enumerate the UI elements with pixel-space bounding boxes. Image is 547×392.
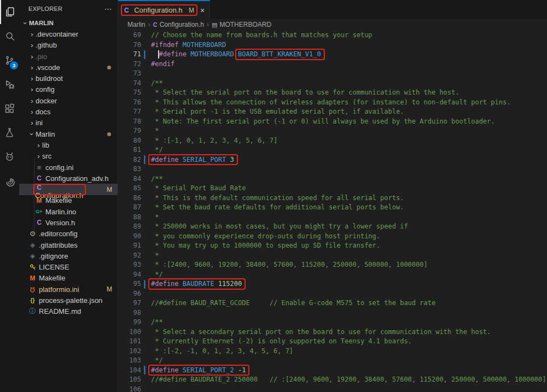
search-icon[interactable] [0,24,19,48]
run-debug-icon[interactable] [0,72,19,96]
tree-item-docker[interactable]: ›docker [19,95,118,106]
code-line-100[interactable]: 100 * Select a secondary serial port on … [118,327,547,337]
tree-item-devcontainer[interactable]: ›.devcontainer [19,28,118,39]
code-token: // Choose the name from boards.h that ma… [151,31,373,39]
code-editor[interactable]: 69// Choose the name from boards.h that … [118,30,547,392]
source-control-icon[interactable]: 3 [0,48,19,72]
code-line-90[interactable]: 90 * you commonly experience drop-outs d… [118,232,547,242]
code-line-80[interactable]: 80 * :[-1, 0, 1, 2, 3, 4, 5, 6, 7] [118,136,547,146]
more-actions-icon[interactable]: ⋯ [104,4,112,13]
tree-item-label: lib [42,141,49,149]
code-line-82[interactable]: 82#define SERIAL_PORT 3 [118,155,547,165]
code-line-84[interactable]: 84/** [118,174,547,184]
code-line-105[interactable]: 105//#define BAUDRATE_2 250000 // :[2400… [118,375,547,385]
code-line-98[interactable]: 98 [118,308,547,318]
line-content [151,289,547,299]
gutter-spacer [141,31,151,40]
espressif-spiral-icon[interactable] [0,168,19,192]
tree-item-config-ini[interactable]: ≡config.ini [19,162,118,173]
line-content: #ifndef MOTHERBOARD [151,40,547,50]
code-line-101[interactable]: 101 * Currently Ethernet (-2) is only su… [118,337,547,347]
tree-item-version-h[interactable]: CVersion.h [19,217,118,228]
code-line-102[interactable]: 102 * :[-2, -1, 0, 1, 2, 3, 4, 5, 6, 7] [118,347,547,356]
code-line-81[interactable]: 81 */ [118,145,547,155]
tree-item-src[interactable]: ›src [19,151,118,162]
code-line-91[interactable]: 91 * You may try up to 1000000 to speed … [118,241,547,251]
tree-item-lib[interactable]: ›lib [19,139,118,150]
tree-item-platformio-ini[interactable]: platformio.iniM [19,284,118,295]
code-token [234,50,238,58]
code-line-79[interactable]: 79 * [118,126,547,136]
tree-item-marlin[interactable]: ›MARLIN [19,17,118,28]
test-beaker-icon[interactable] [0,120,19,144]
line-content: /** [151,318,547,327]
tree-item-configuration-adv-h[interactable]: CConfiguration_adv.h [19,173,118,184]
code-line-95[interactable]: 95#define BAUDRATE 115200 [118,279,547,289]
platformio-alien-icon[interactable] [0,144,19,168]
code-line-86[interactable]: 86 * This is the default communication s… [118,194,547,203]
chevron-right-icon: › [28,108,36,115]
breadcrumb-item-motherboard[interactable]: ▤MOTHERBOARD [212,21,271,28]
tree-item-readme-md[interactable]: ⓘREADME.md [19,306,118,317]
tree-item-makefile[interactable]: MMakefile [19,273,118,284]
code-line-106[interactable]: 106 [118,385,547,392]
tree-item-config[interactable]: ›config [19,84,118,95]
extensions-icon[interactable] [0,96,19,120]
breadcrumb-item-configuration-h[interactable]: CConfiguration.h [153,21,204,28]
tree-item-gitattributes[interactable]: ◈.gitattributes [19,239,118,250]
code-line-83[interactable]: 83 [118,165,547,174]
tree-item-buildroot[interactable]: ›buildroot [19,73,118,84]
tree-item-ini[interactable]: ›ini [19,118,118,128]
code-token: #endif [151,60,174,68]
tab-configuration-h[interactable]: C Configuration.h M × [118,0,210,19]
makefile-icon: M [28,274,37,282]
code-line-75[interactable]: 75 * Select the serial port on the board… [118,88,547,98]
tree-item-process-palette-json[interactable]: {}process-palette.json [19,295,118,306]
tree-item-license[interactable]: LICENSE [19,262,118,273]
code-line-103[interactable]: 103 */ [118,356,547,366]
tree-item-marlin-ino[interactable]: G+Marlin.ino [19,206,118,217]
code-token: /** [151,318,163,326]
code-line-104[interactable]: 104#define SERIAL_PORT_2 -1 [118,366,547,376]
code-line-74[interactable]: 74/** [118,79,547,89]
tree-item-docs[interactable]: ›docs [19,106,118,117]
files-icon[interactable] [0,0,19,24]
tree-item-github[interactable]: ›.github [19,40,118,51]
code-line-97[interactable]: 97//#define BAUD_RATE_GCODE // Enable G-… [118,299,547,308]
tree-item-vscode[interactable]: ›.vscode [19,62,118,73]
tree-item-gitignore[interactable]: ◈.gitignore [19,250,118,261]
code-line-70[interactable]: 70#ifndef MOTHERBOARD [118,40,547,50]
line-number: 74 [118,79,141,89]
code-token: 115200 [218,280,242,288]
code-line-89[interactable]: 89 * 250000 works in most cases, but you… [118,222,547,232]
tree-item-marlin[interactable]: ›Marlin [19,128,118,139]
code-line-85[interactable]: 85 * Serial Port Baud Rate [118,184,547,194]
annotation-box-token: BOARD_BTT_KRAKEN_V1_0 [238,50,321,60]
code-line-77[interactable]: 77 * Serial port -1 is the USB emulated … [118,107,547,117]
code-line-72[interactable]: 72#endif [118,60,547,69]
code-line-87[interactable]: 87 * Set the baud rate defaults for addi… [118,203,547,213]
line-number: 87 [118,203,141,213]
close-icon[interactable]: × [200,6,205,15]
tree-item-configuration-h[interactable]: CConfiguration.hM [19,184,118,195]
code-line-92[interactable]: 92 * [118,251,547,261]
tree-item-editorconfig[interactable]: ⚙.editorconfig [19,229,118,239]
code-line-94[interactable]: 94 */ [118,270,547,280]
tree-item-makefile[interactable]: MMakefile [19,195,118,206]
tree-item-pio[interactable]: ›.pio [19,51,118,62]
code-line-96[interactable]: 96 [118,289,547,299]
code-line-73[interactable]: 73 [118,69,547,79]
code-line-71[interactable]: 71 #define MOTHERBOARD BOARD_BTT_KRAKEN_… [118,50,547,60]
code-token: #ifndef [151,41,179,49]
code-line-93[interactable]: 93 * :[2400, 9600, 19200, 38400, 57600, … [118,260,547,270]
modified-dot-icon [107,66,111,69]
breadcrumb-item-marlin[interactable]: Marlin [127,21,146,28]
code-line-99[interactable]: 99/** [118,318,547,327]
code-line-88[interactable]: 88 * [118,213,547,223]
tree-item-label: docker [36,97,57,105]
code-line-69[interactable]: 69// Choose the name from boards.h that … [118,31,547,40]
code-line-76[interactable]: 76 * This allows the connection of wirel… [118,98,547,108]
line-content: #define MOTHERBOARD BOARD_BTT_KRAKEN_V1_… [151,50,547,60]
code-line-78[interactable]: 78 * Note: The first serial port (-1 or … [118,117,547,127]
code-token: -1 [238,366,246,374]
